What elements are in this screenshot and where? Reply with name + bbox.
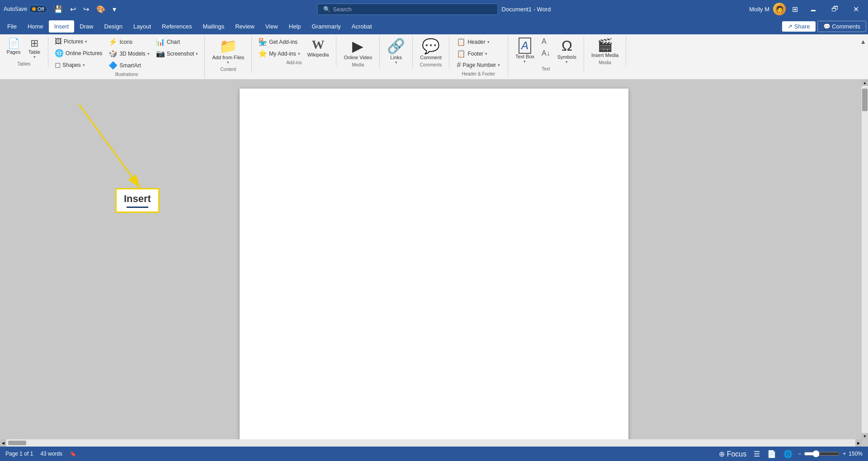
autosave-section: AutoSave Off <box>4 5 47 13</box>
web-layout-btn[interactable]: 🌐 <box>782 449 794 459</box>
chart-button[interactable]: 📊 Chart <box>153 36 201 47</box>
insert-annotation-box: Insert <box>115 188 160 213</box>
menu-file[interactable]: File <box>2 20 22 33</box>
annotation-underline <box>127 207 148 208</box>
online-pictures-button[interactable]: 🌐 Online Pictures <box>52 47 105 59</box>
avatar: 🧑 <box>773 3 786 15</box>
scroll-thumb-h[interactable] <box>8 441 26 445</box>
scrollbar-horizontal[interactable]: ◀ ▶ <box>0 439 862 447</box>
redo-button[interactable]: ↪ <box>80 3 92 15</box>
ribbon-group-header-footer: 📋 Header ▾ 📋 Footer ▾ # Page Number ▾ <box>449 36 508 77</box>
autosave-label: AutoSave <box>4 6 27 12</box>
zoom-slider[interactable] <box>804 450 840 457</box>
tables-group-label: Tables <box>18 61 31 66</box>
links-button[interactable]: 🔗 Links ▾ <box>383 36 409 66</box>
symbols-button[interactable]: Ω Symbols ▾ <box>554 36 580 66</box>
menu-insert[interactable]: Insert <box>49 20 75 33</box>
ribbon-group-comments: 💬 Comment Comments <box>413 36 449 68</box>
insert-annotation-label: Insert <box>124 193 151 205</box>
comments-group-label: Comments <box>420 62 442 67</box>
illustrations-group-label: Illustrations <box>115 72 138 77</box>
ribbon: 📄 Pages ⊞ Table ▾ Tables 🖼 Pictures ▾ <box>0 34 868 80</box>
explore-button[interactable]: A <box>539 36 553 47</box>
menu-mailings[interactable]: Mailings <box>198 20 230 33</box>
share-button[interactable]: ↗ Share <box>782 21 816 32</box>
save-button[interactable]: 💾 <box>51 3 66 15</box>
wikipedia-button[interactable]: W Wikipedia <box>304 36 333 59</box>
scrollbar-vertical[interactable]: ▲ ▼ <box>862 80 868 439</box>
menu-home[interactable]: Home <box>22 20 49 33</box>
title-bar: AutoSave Off 💾 ↩ ↪ 🎨 ▾ 🔍 Search Document… <box>0 0 868 18</box>
comments-label: Comments <box>832 23 860 30</box>
comments-button[interactable]: 💬 Comments <box>817 21 866 32</box>
header-footer-group-label: Header & Footer <box>462 71 495 76</box>
menu-design[interactable]: Design <box>99 20 128 33</box>
text-box-icon: A <box>519 38 531 54</box>
menu-references[interactable]: References <box>156 20 197 33</box>
smartart-button[interactable]: 🔷 SmartArt <box>106 60 152 71</box>
menu-review[interactable]: Review <box>230 20 260 33</box>
online-video-button[interactable]: ▶ Online Video <box>340 36 376 61</box>
screenshot-button[interactable]: 📷 Screenshot ▾ <box>153 48 201 59</box>
scroll-up-btn[interactable]: ▲ <box>862 80 868 86</box>
ribbon-group-links: 🔗 Links ▾ <box>380 36 413 68</box>
menu-layout[interactable]: Layout <box>128 20 156 33</box>
table-chevron: ▾ <box>33 55 36 59</box>
header-button[interactable]: 📋 Header ▾ <box>454 36 503 47</box>
insert-media-button[interactable]: 🎬 Insert Media <box>588 36 623 59</box>
online-video-icon: ▶ <box>352 38 363 55</box>
bookmark-icon: 🔖 <box>70 451 76 457</box>
menu-draw[interactable]: Draw <box>74 20 99 33</box>
ribbon-group-tables: 📄 Pages ⊞ Table ▾ Tables <box>0 36 48 67</box>
get-addins-button[interactable]: 🏪 Get Add-ins <box>255 36 302 47</box>
scroll-thumb-v[interactable] <box>862 89 868 111</box>
scroll-right-btn[interactable]: ▶ <box>855 439 862 447</box>
undo-button[interactable]: ↩ <box>67 3 79 15</box>
links-icon: 🔗 <box>387 38 405 55</box>
autosave-toggle[interactable]: Off <box>29 5 47 13</box>
scroll-left-btn[interactable]: ◀ <box>0 439 6 447</box>
page-number-button[interactable]: # Page Number ▾ <box>454 60 503 71</box>
quick-access-more[interactable]: ▾ <box>110 3 119 15</box>
read-mode-btn[interactable]: ☰ <box>752 449 762 459</box>
focus-label: Focus <box>727 450 747 458</box>
media2-group-label: Media <box>599 60 611 65</box>
pictures-icon: 🖼 <box>55 38 62 46</box>
svg-line-1 <box>79 104 140 188</box>
user-name: Molly M <box>749 6 769 13</box>
menu-view[interactable]: View <box>260 20 283 33</box>
drop-cap-button[interactable]: A↓ <box>539 48 553 59</box>
search-box[interactable]: 🔍 Search <box>317 4 498 15</box>
icons-button[interactable]: ⚡ Icons <box>106 36 152 47</box>
scroll-down-btn[interactable]: ▼ <box>862 433 868 439</box>
share-icon: ↗ <box>788 23 793 30</box>
print-layout-btn[interactable]: 📄 <box>765 449 778 459</box>
layout-button[interactable]: ⊞ <box>789 3 801 15</box>
zoom-out-icon: − <box>798 451 801 457</box>
designer-button[interactable]: 🎨 <box>94 3 108 15</box>
comments-icon: 💬 <box>823 23 830 30</box>
chart-icon: 📊 <box>156 38 165 46</box>
pages-button[interactable]: 📄 Pages <box>4 36 24 56</box>
close-button[interactable]: ✕ <box>848 2 864 16</box>
menu-acrobat[interactable]: Acrobat <box>346 20 377 33</box>
ribbon-group-content: 📁 Add from Files ▾ Content <box>205 36 252 73</box>
restore-button[interactable]: 🗗 <box>826 2 844 16</box>
menu-help[interactable]: Help <box>283 20 307 33</box>
comment-button[interactable]: 💬 Comment <box>416 36 445 61</box>
menu-grammarly[interactable]: Grammarly <box>307 20 346 33</box>
minimize-button[interactable]: 🗕 <box>804 2 822 16</box>
3d-models-button[interactable]: 🎲 3D Models ▾ <box>106 48 152 59</box>
drop-cap-icon: A↓ <box>542 49 550 57</box>
screenshot-icon: 📷 <box>156 49 165 58</box>
footer-button[interactable]: 📋 Footer ▾ <box>454 48 503 59</box>
ribbon-collapse-btn[interactable]: ▲ <box>858 36 868 47</box>
pictures-button[interactable]: 🖼 Pictures ▾ <box>52 36 105 47</box>
focus-button[interactable]: ⊕ Focus <box>717 449 748 459</box>
text-box-button[interactable]: A Text Box ▾ <box>512 36 538 65</box>
table-button[interactable]: ⊞ Table ▾ <box>24 36 44 61</box>
add-from-files-button[interactable]: 📁 Add from Files ▾ <box>208 36 248 66</box>
my-addins-button[interactable]: ⭐ My Add-ins ▾ <box>255 48 302 59</box>
pages-icon: 📄 <box>8 38 20 49</box>
shapes-button[interactable]: ◻ Shapes ▾ <box>52 59 105 71</box>
